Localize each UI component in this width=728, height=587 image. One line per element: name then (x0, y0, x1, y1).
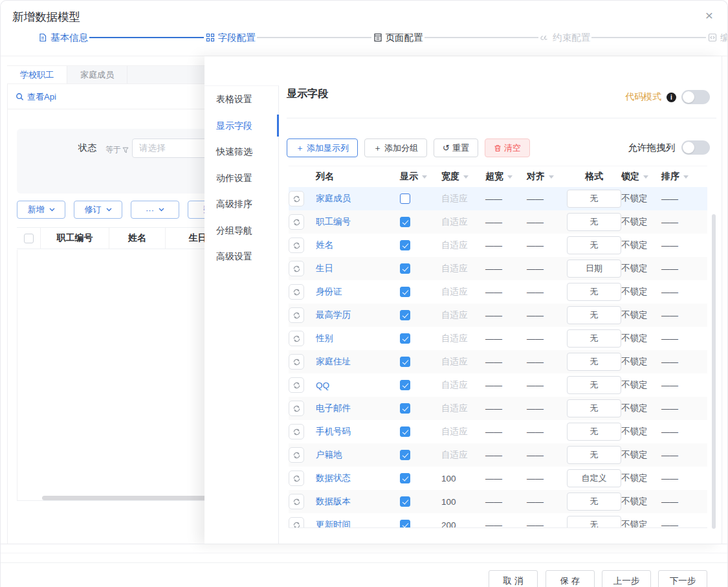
field-name-link[interactable]: 更新时间 (316, 519, 351, 528)
reset-button[interactable]: ↺重置 (434, 138, 478, 157)
display-checkbox[interactable] (400, 263, 410, 274)
menu-item-高级设置[interactable]: 高级设置 (204, 243, 278, 270)
width-value: 100 (441, 497, 485, 507)
allow-drag-toggle[interactable] (681, 140, 710, 155)
format-input[interactable]: 无 (567, 190, 621, 208)
format-input[interactable]: 无 (567, 213, 621, 231)
display-checkbox[interactable] (400, 194, 410, 204)
display-checkbox[interactable] (400, 450, 410, 460)
field-name-link[interactable]: 家庭成员 (316, 193, 351, 205)
cancel-button[interactable]: 取 消 (489, 570, 538, 587)
display-checkbox[interactable] (400, 380, 410, 390)
toolbar-button-新增[interactable]: 新增 (17, 201, 65, 219)
format-input[interactable]: 自定义 (567, 469, 621, 487)
filter-operator[interactable]: 等于 (105, 144, 129, 155)
next-step-button[interactable]: 下一步 (658, 570, 707, 587)
field-name-link[interactable]: 手机号码 (316, 426, 351, 437)
menu-item-分组导航[interactable]: 分组导航 (204, 217, 278, 244)
filter-caret-icon[interactable] (422, 175, 427, 179)
align-value: —— (527, 287, 567, 297)
format-input[interactable]: 无 (567, 446, 621, 464)
field-name-link[interactable]: 数据状态 (316, 472, 351, 484)
format-input[interactable]: 无 (567, 306, 621, 324)
overwide-value: —— (485, 404, 527, 414)
reorder-field-button[interactable] (289, 331, 304, 346)
field-name-link[interactable]: 电子邮件 (316, 403, 351, 414)
reorder-field-button[interactable] (289, 401, 304, 416)
display-checkbox[interactable] (400, 310, 410, 320)
prev-step-button[interactable]: 上一步 (602, 570, 651, 587)
display-checkbox[interactable] (400, 473, 410, 483)
reorder-field-button[interactable] (289, 191, 304, 206)
add-display-column-button[interactable]: ＋添加显示列 (287, 138, 358, 157)
sort-value: —— (661, 520, 707, 529)
reorder-field-button[interactable] (289, 354, 304, 370)
display-checkbox[interactable] (400, 520, 410, 528)
display-checkbox[interactable] (400, 496, 410, 507)
code-mode-toggle[interactable] (681, 90, 710, 104)
reorder-field-button[interactable] (289, 307, 304, 323)
format-input[interactable]: 无 (567, 516, 621, 528)
menu-item-快速筛选[interactable]: 快速筛选 (204, 138, 278, 165)
trash-icon (494, 144, 502, 152)
reorder-field-button[interactable] (289, 238, 304, 253)
menu-item-显示字段[interactable]: 显示字段 (204, 113, 278, 139)
menu-item-高级排序[interactable]: 高级排序 (204, 191, 278, 217)
select-all-checkbox[interactable] (24, 234, 34, 243)
display-checkbox[interactable] (400, 403, 410, 414)
toolbar-button-修订[interactable]: 修订 (74, 201, 122, 219)
reorder-field-button[interactable] (289, 517, 304, 528)
save-button[interactable]: 保 存 (546, 570, 595, 587)
menu-item-表格设置[interactable]: 表格设置 (204, 86, 278, 113)
display-checkbox[interactable] (400, 217, 410, 227)
filter-caret-icon[interactable] (643, 175, 648, 179)
tab-家庭成员[interactable]: 家庭成员 (67, 66, 127, 83)
display-checkbox[interactable] (400, 333, 410, 344)
field-name-link[interactable]: 身份证 (316, 286, 342, 298)
overwide-value: —— (485, 474, 527, 483)
reorder-field-button[interactable] (289, 284, 304, 300)
field-name-link[interactable]: 数据版本 (316, 496, 351, 507)
clear-button[interactable]: 清空 (485, 138, 530, 157)
display-checkbox[interactable] (400, 426, 410, 437)
display-checkbox[interactable] (400, 287, 410, 297)
field-name-link[interactable]: QQ (316, 381, 329, 390)
menu-item-动作设置[interactable]: 动作设置 (204, 165, 278, 192)
field-name-link[interactable]: 性别 (316, 333, 333, 344)
field-name-link[interactable]: 户籍地 (316, 449, 342, 461)
field-name-link[interactable]: 职工编号 (316, 216, 351, 228)
tab-学校职工[interactable]: 学校职工 (7, 66, 67, 83)
display-checkbox[interactable] (400, 357, 410, 367)
field-name-link[interactable]: 生日 (316, 263, 333, 274)
reorder-field-button[interactable] (289, 214, 304, 230)
add-data-model-dialog: 新增数据模型 × 基本信息字段配置页面配置约束配置编码规则 学校职工家庭成员 查… (0, 0, 728, 587)
reorder-field-button[interactable] (289, 424, 304, 439)
toolbar-button-···[interactable]: ··· (131, 201, 179, 219)
format-input[interactable]: 无 (567, 399, 621, 417)
field-name-link[interactable]: 姓名 (316, 239, 333, 251)
field-name-link[interactable]: 最高学历 (316, 309, 351, 321)
add-group-button[interactable]: ＋添加分组 (364, 138, 427, 157)
filter-caret-icon[interactable] (463, 175, 469, 179)
reorder-field-button[interactable] (289, 261, 304, 276)
format-input[interactable]: 无 (567, 329, 621, 348)
filter-caret-icon[interactable] (683, 175, 689, 179)
format-input[interactable]: 无 (567, 353, 621, 371)
format-input[interactable]: 日期 (567, 260, 621, 278)
view-api-link[interactable]: 查看Api (16, 91, 56, 103)
vertical-scrollbar[interactable] (712, 214, 716, 529)
format-input[interactable]: 无 (567, 423, 621, 441)
info-icon[interactable]: i (667, 93, 676, 102)
filter-caret-icon[interactable] (507, 175, 513, 179)
display-checkbox[interactable] (400, 240, 410, 250)
field-name-link[interactable]: 家庭住址 (316, 356, 351, 368)
format-input[interactable]: 无 (567, 283, 621, 301)
format-input[interactable]: 无 (567, 493, 621, 511)
format-input[interactable]: 无 (567, 376, 621, 394)
format-input[interactable]: 无 (567, 236, 621, 254)
reorder-field-button[interactable] (289, 494, 304, 509)
reorder-field-button[interactable] (289, 377, 304, 393)
filter-caret-icon[interactable] (549, 175, 554, 179)
reorder-field-button[interactable] (289, 471, 304, 486)
reorder-field-button[interactable] (289, 447, 304, 463)
